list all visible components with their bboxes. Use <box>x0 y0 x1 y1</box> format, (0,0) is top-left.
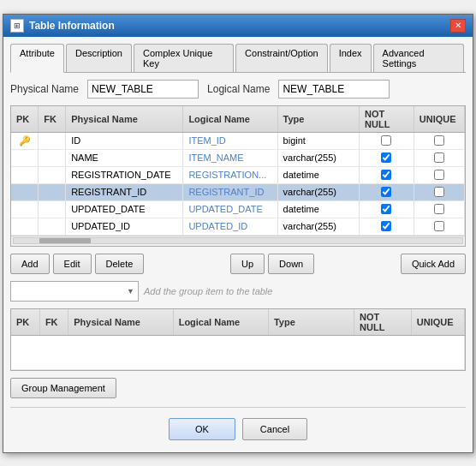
cell-physical: ID <box>66 132 183 149</box>
cell-notnull <box>360 218 414 235</box>
cell-pk <box>11 218 39 235</box>
footer-divider <box>10 407 466 408</box>
scrollbar-thumb[interactable] <box>39 238 91 243</box>
table-row[interactable]: NAME ITEM_NAME varchar(255) <box>11 149 465 166</box>
title-bar-left: ⊞ Table Information <box>10 19 115 33</box>
cell-type: bigint <box>277 132 360 149</box>
ok-button[interactable]: OK <box>169 418 235 440</box>
tab-attribute[interactable]: Attribute <box>10 44 64 73</box>
edit-button[interactable]: Edit <box>53 254 92 274</box>
col-header-logical: Logical Name <box>183 106 277 133</box>
cell-fk <box>39 149 66 166</box>
cell-unique <box>414 149 464 166</box>
unique-checkbox[interactable] <box>434 187 444 197</box>
col-header-pk: PK <box>11 106 39 133</box>
cell-logical: UPDATED_DATE <box>183 200 277 218</box>
scrollbar-track[interactable] <box>13 237 463 244</box>
cell-unique <box>414 218 464 235</box>
physical-name-input[interactable] <box>87 80 199 99</box>
horizontal-scrollbar[interactable] <box>11 236 465 246</box>
notnull-checkbox[interactable] <box>381 152 391 163</box>
tab-index[interactable]: Index <box>330 44 372 72</box>
group-management-button[interactable]: Group Management <box>10 378 116 398</box>
cell-notnull <box>360 149 414 166</box>
cell-type: datetime <box>277 200 360 218</box>
down-button[interactable]: Down <box>268 254 314 274</box>
cancel-button[interactable]: Cancel <box>242 418 307 440</box>
col-header-physical: Physical Name <box>66 106 183 133</box>
cell-fk <box>39 200 66 218</box>
tab-bar: Attribute Description Complex Unique Key… <box>10 44 466 73</box>
table-header-row: PK FK Physical Name Logical Name Type NO… <box>11 106 465 133</box>
up-button[interactable]: Up <box>230 254 265 274</box>
cell-type: datetime <box>277 166 360 183</box>
unique-checkbox[interactable] <box>434 221 444 231</box>
cell-fk <box>39 166 66 183</box>
unique-checkbox[interactable] <box>434 170 444 180</box>
main-window: ⊞ Table Information ✕ Attribute Descript… <box>3 14 473 453</box>
cell-notnull <box>360 132 414 149</box>
unique-checkbox[interactable] <box>434 135 444 146</box>
cell-logical: REGISTRANT_ID <box>183 183 277 200</box>
main-table-body: 🔑 ID ITEM_ID bigint NAME ITEM_NAME varch <box>11 132 465 235</box>
cell-notnull <box>360 166 414 183</box>
tab-constraint-option[interactable]: Constraint/Option <box>235 44 328 72</box>
tab-complex-unique-key[interactable]: Complex Unique Key <box>134 44 234 72</box>
physical-name-label: Physical Name <box>10 83 79 95</box>
dropdown-arrow-icon: ▼ <box>127 287 134 296</box>
cell-notnull <box>360 183 414 200</box>
group-mgmt-row: Group Management <box>10 378 466 398</box>
table-row[interactable]: UPDATED_ID UPDATED_ID varchar(255) <box>11 218 465 235</box>
notnull-checkbox[interactable] <box>381 204 391 214</box>
notnull-checkbox[interactable] <box>381 135 391 146</box>
cell-logical: ITEM_NAME <box>183 149 277 166</box>
tab-description[interactable]: Description <box>66 44 132 72</box>
cell-logical: REGISTRATION... <box>183 166 277 183</box>
table-row[interactable]: 🔑 ID ITEM_ID bigint <box>11 132 465 149</box>
col-header-notnull: NOT NULL <box>360 106 414 133</box>
notnull-checkbox[interactable] <box>381 170 391 180</box>
window-icon: ⊞ <box>10 19 24 33</box>
bottom-col-pk: PK <box>11 309 39 336</box>
cell-logical: UPDATED_ID <box>183 218 277 235</box>
table-row[interactable]: REGISTRATION_DATE REGISTRATION... dateti… <box>11 166 465 183</box>
logical-name-input[interactable] <box>278 80 390 99</box>
cell-type: varchar(255) <box>277 218 360 235</box>
group-dropdown[interactable]: ▼ <box>10 281 139 302</box>
cell-pk <box>11 166 39 183</box>
bottom-col-logical: Logical Name <box>173 309 268 336</box>
bottom-table-body <box>11 335 465 369</box>
cell-logical: ITEM_ID <box>183 132 277 149</box>
group-hint-text: Add the group item to the table <box>144 286 272 296</box>
group-row: ▼ Add the group item to the table <box>10 281 466 302</box>
bottom-col-unique: UNIQUE <box>411 309 464 336</box>
cell-physical: NAME <box>66 149 183 166</box>
title-bar: ⊞ Table Information ✕ <box>3 15 473 37</box>
cell-physical: REGISTRATION_DATE <box>66 166 183 183</box>
notnull-checkbox[interactable] <box>381 187 391 197</box>
cell-unique <box>414 183 464 200</box>
footer-row: OK Cancel <box>10 413 466 445</box>
quick-add-button[interactable]: Quick Add <box>401 254 466 274</box>
table-row[interactable]: REGISTRANT_ID REGISTRANT_ID varchar(255) <box>11 183 465 200</box>
table-row[interactable]: UPDATED_DATE UPDATED_DATE datetime <box>11 200 465 218</box>
main-button-row: Add Edit Delete Up Down Quick Add <box>10 254 466 274</box>
window-body: Attribute Description Complex Unique Key… <box>3 37 473 452</box>
unique-checkbox[interactable] <box>434 204 444 214</box>
tab-advanced-settings[interactable]: Advanced Settings <box>373 44 464 72</box>
cell-physical: UPDATED_DATE <box>66 200 183 218</box>
delete-button[interactable]: Delete <box>95 254 145 274</box>
cell-pk <box>11 200 39 218</box>
bottom-col-fk: FK <box>39 309 68 336</box>
unique-checkbox[interactable] <box>434 152 444 163</box>
add-button[interactable]: Add <box>10 254 50 274</box>
cell-unique <box>414 132 464 149</box>
cell-fk <box>39 132 66 149</box>
cell-fk <box>39 183 66 200</box>
notnull-checkbox[interactable] <box>381 221 391 231</box>
cell-pk <box>11 149 39 166</box>
close-button[interactable]: ✕ <box>450 19 466 33</box>
key-icon: 🔑 <box>19 135 31 146</box>
bottom-table-header-row: PK FK Physical Name Logical Name Type NO… <box>11 309 465 336</box>
bottom-table-container: PK FK Physical Name Logical Name Type NO… <box>10 308 466 371</box>
